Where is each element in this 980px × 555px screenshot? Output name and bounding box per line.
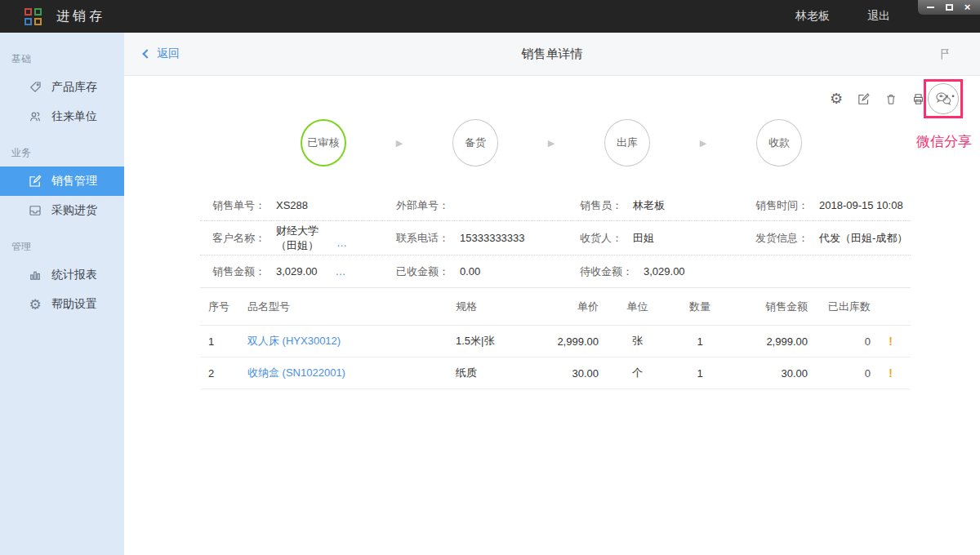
line-items-table: 序号 品名型号 规格 单价 单位 数量 销售金额 已出库数 1 双人床 (HYX… <box>200 288 911 389</box>
edit-icon <box>27 173 43 189</box>
sidebar-item-help-settings[interactable]: ⚙ 帮助设置 <box>0 290 124 319</box>
field-label: 销售时间： <box>755 198 808 213</box>
logout-button[interactable]: 退出 <box>867 9 890 24</box>
col-amount: 销售金额 <box>724 300 808 314</box>
sidebar-item-label: 帮助设置 <box>51 297 97 312</box>
delete-icon[interactable] <box>884 92 898 106</box>
warning-icon[interactable]: ! <box>889 366 893 380</box>
table-header-row: 序号 品名型号 规格 单价 单位 数量 销售金额 已出库数 <box>200 288 911 326</box>
sale-time-value: 2018-09-15 10:08 <box>819 199 903 211</box>
field-label: 联系电话： <box>396 231 449 246</box>
sidebar-item-contacts[interactable]: 往来单位 <box>0 102 124 131</box>
col-unit: 单位 <box>599 300 676 314</box>
order-number-value: XS288 <box>276 199 308 211</box>
sidebar-item-purchasing[interactable]: 采购进货 <box>0 196 124 225</box>
pending-amount-value: 3,029.00 <box>644 265 685 278</box>
consignee-value: 田姐 <box>633 231 654 246</box>
spec-cell: 1.5米|张 <box>456 334 546 349</box>
qty-cell: 1 <box>676 367 724 380</box>
salesperson-value: 林老板 <box>633 198 665 213</box>
sidebar-item-reports[interactable]: 统计报表 <box>0 260 124 290</box>
col-name: 品名型号 <box>247 300 456 314</box>
product-link[interactable]: 双人床 (HYX30012) <box>247 335 341 347</box>
sidebar-item-sales-management[interactable]: 销售管理 <box>0 166 124 196</box>
col-outbound: 已出库数 <box>808 300 871 314</box>
arrow-right-icon: ▶ <box>346 138 452 149</box>
sidebar-item-label: 统计报表 <box>51 268 97 282</box>
field-row-2: 客户名称： 财经大学（田姐） … 联系电话：15333333333 收货人：田姐… <box>200 221 911 255</box>
flag-icon[interactable] <box>938 46 952 65</box>
order-detail-fields: 销售单号：XS288 外部单号： 销售员：林老板 销售时间：2018-09-15… <box>200 190 911 288</box>
wechat-share-button[interactable] <box>928 83 959 114</box>
field-row-3: 销售金额： 3,029.00 … 已收金额：0.00 待收金额：3,029.00 <box>200 255 911 288</box>
phone-value: 15333333333 <box>460 232 525 244</box>
document-toolbar: ⚙ ··· <box>124 89 957 109</box>
title-bar: 进销存 林老板 退出 × <box>0 0 980 33</box>
col-price: 单价 <box>546 300 599 314</box>
seq-cell: 2 <box>200 367 247 380</box>
sidebar-item-label: 往来单位 <box>51 109 97 124</box>
customer-name-value: 财经大学（田姐） <box>276 224 318 252</box>
amount-more-link[interactable]: … <box>336 265 347 278</box>
edit-icon[interactable] <box>857 92 871 106</box>
step-prepare-goods[interactable]: 备货 <box>452 119 498 166</box>
outbound-cell: 0 <box>808 335 871 348</box>
field-label: 销售金额： <box>212 264 265 279</box>
settings-icon[interactable]: ⚙ <box>830 91 843 106</box>
seq-cell: 1 <box>200 335 247 348</box>
received-amount-value: 0.00 <box>460 265 480 278</box>
gear-icon: ⚙ <box>27 296 43 313</box>
page-title: 销售单详情 <box>124 47 980 62</box>
warning-icon[interactable]: ! <box>889 335 893 348</box>
unit-cell: 张 <box>599 334 676 349</box>
wechat-share-highlight-box <box>924 79 963 118</box>
wechat-share-annotation: 微信分享 <box>902 132 980 151</box>
field-label: 收货人： <box>580 231 622 246</box>
table-row: 1 双人床 (HYX30012) 1.5米|张 2,999.00 张 1 2,9… <box>200 326 911 357</box>
outbound-cell: 0 <box>808 367 871 380</box>
sidebar-item-label: 采购进货 <box>51 203 97 218</box>
chart-icon <box>27 267 43 283</box>
sale-amount-value: 3,029.00 <box>276 265 318 278</box>
field-label: 销售单号： <box>212 198 265 213</box>
customer-more-link[interactable]: … <box>336 237 348 252</box>
sidebar-section-business: 业务 <box>0 138 124 166</box>
sidebar-section-management: 管理 <box>0 232 124 260</box>
amount-cell: 30.00 <box>724 367 808 380</box>
field-label: 销售员： <box>580 198 622 213</box>
qty-cell: 1 <box>676 335 724 348</box>
field-label: 外部单号： <box>396 198 449 213</box>
user-name[interactable]: 林老板 <box>795 9 830 24</box>
field-label: 待收金额： <box>580 264 633 279</box>
order-status-steps: 已审核 ▶ 备货 ▶ 出库 ▶ 收款 <box>301 118 980 167</box>
amount-cell: 2,999.00 <box>724 335 808 348</box>
product-link[interactable]: 收纳盒 (SN1022001) <box>247 366 345 379</box>
col-spec: 规格 <box>456 300 546 314</box>
sidebar-item-product-inventory[interactable]: 产品库存 <box>0 73 124 102</box>
inbox-icon <box>27 202 43 219</box>
people-icon <box>27 109 43 125</box>
step-outbound[interactable]: 出库 <box>604 119 650 166</box>
tag-icon <box>27 79 43 95</box>
maximize-button[interactable] <box>943 2 955 12</box>
col-qty: 数量 <box>676 300 724 314</box>
step-collect-payment[interactable]: 收款 <box>756 119 802 166</box>
sidebar-section-basic: 基础 <box>0 44 124 73</box>
shipping-info-value: 代发（田姐-成都） <box>819 231 907 246</box>
window-controls: × <box>918 0 980 15</box>
field-label: 发货信息： <box>755 231 808 246</box>
sidebar-item-label: 销售管理 <box>51 174 97 189</box>
price-cell: 2,999.00 <box>546 335 599 348</box>
sidebar-item-label: 产品库存 <box>51 80 97 95</box>
field-row-1: 销售单号：XS288 外部单号： 销售员：林老板 销售时间：2018-09-15… <box>200 190 911 221</box>
minimize-button[interactable] <box>925 2 937 12</box>
field-label: 已收金额： <box>396 264 449 279</box>
page-header: 返回 销售单详情 <box>124 33 980 76</box>
close-button[interactable]: × <box>962 2 973 12</box>
step-approved[interactable]: 已审核 <box>301 119 346 166</box>
arrow-right-icon: ▶ <box>498 138 604 149</box>
arrow-right-icon: ▶ <box>650 138 756 149</box>
table-row: 2 收纳盒 (SN1022001) 纸质 30.00 个 1 30.00 0 ! <box>200 357 911 389</box>
unit-cell: 个 <box>599 366 676 380</box>
app-logo-icon <box>24 8 42 25</box>
